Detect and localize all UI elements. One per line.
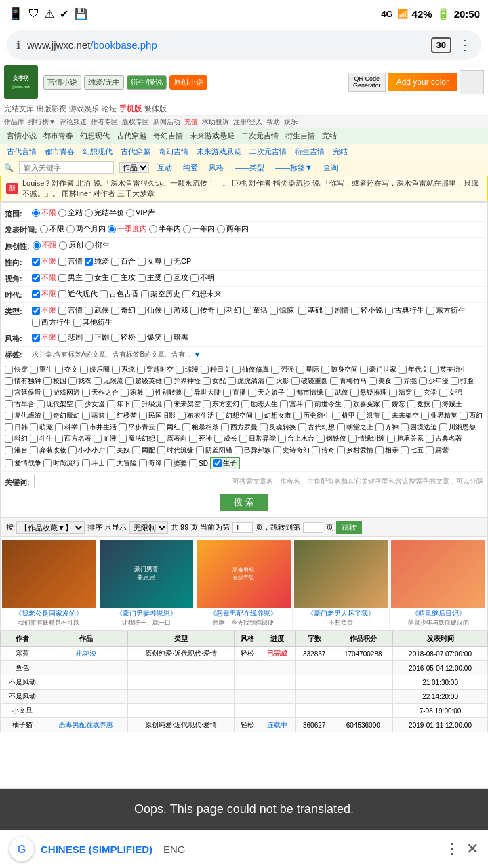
- anc-huanxiang[interactable]: 幻想现代: [80, 146, 115, 157]
- anc-qihuan[interactable]: 奇幻吉情: [156, 146, 191, 157]
- anc-wanjie[interactable]: 完结: [330, 146, 350, 157]
- td-author: 柚子猫: [1, 718, 45, 732]
- add-color-btn[interactable]: Add your color: [388, 73, 457, 91]
- current-page[interactable]: [232, 522, 253, 533]
- td-words: [295, 704, 333, 718]
- td-author: 不是风动: [1, 675, 45, 690]
- td-work[interactable]: [45, 675, 127, 690]
- nav-luntan[interactable]: 论坛: [102, 104, 117, 114]
- cat-weilai[interactable]: 未来游戏悬疑: [187, 130, 237, 142]
- menu-zuozhe[interactable]: 作者专区: [91, 117, 118, 127]
- nav-yansheng[interactable]: 衍生/慢说: [127, 75, 167, 90]
- menu-yule[interactable]: 娱乐: [284, 117, 298, 127]
- signal-icon: 📶: [397, 9, 408, 19]
- td-author: 不是风动: [1, 690, 45, 704]
- search-button[interactable]: 搜 索: [220, 494, 268, 511]
- quick-link-1[interactable]: 互动: [155, 162, 175, 174]
- nav-yingshi[interactable]: 出版影视: [37, 104, 66, 114]
- cat-gudai[interactable]: 古代穿越: [114, 130, 149, 142]
- xingxiang-options: 不限 言情 纯爱 百合 女尊 无CP: [32, 256, 483, 267]
- fanwei-quanzhan[interactable]: 全站: [58, 208, 83, 218]
- quick-link-5[interactable]: ——标签▼: [272, 162, 315, 174]
- quick-link-2[interactable]: 纯爱: [180, 162, 201, 174]
- book-title-2: 《豪门男妻养崽崽》: [100, 609, 194, 618]
- td-work[interactable]: [45, 661, 127, 675]
- nav-yuanchuang[interactable]: 原创小说: [169, 75, 207, 90]
- work-select[interactable]: 作品: [119, 162, 149, 173]
- menu-qiuzhu[interactable]: 求助投诉: [202, 117, 229, 127]
- td-work[interactable]: [45, 704, 127, 718]
- book-item[interactable]: 《我老公是国家发的》 我们拼有妖精是不可以: [1, 537, 98, 630]
- cat-dushi[interactable]: 都市青春: [41, 130, 76, 142]
- book-item[interactable]: 恶毒男配在线养崽 《恶毒男配在线养崽》 崽啊！今天找到你部便: [195, 537, 293, 630]
- anc-dushi[interactable]: 都市青春: [42, 146, 77, 157]
- td-work[interactable]: [45, 690, 127, 704]
- filter-xingxiang: 性向: 不限 言情 纯爱 百合 女尊 无CP: [3, 254, 485, 271]
- menu-zhuce[interactable]: 注册/登入: [233, 117, 262, 127]
- menu-zuopin[interactable]: 作品库: [4, 117, 24, 127]
- quick-link-4[interactable]: ——类型: [232, 162, 267, 174]
- book-item[interactable]: 《萌鼠继后日记》 萌鼠少年与铁血硬汉的: [390, 537, 487, 630]
- nav-fanti[interactable]: 繁体版: [144, 104, 167, 114]
- menu-paihang[interactable]: 排行榜▼: [28, 117, 56, 127]
- nav-mobile[interactable]: 手机版: [119, 104, 142, 114]
- menu-xinwen[interactable]: 新闻活动: [153, 117, 180, 127]
- site-header: 文亭坊 jjwxc.net 言情小说 纯爱/无中 衍生/慢说 原创小说 QR C…: [0, 62, 488, 202]
- td-work[interactable]: 桃花泱: [45, 647, 127, 661]
- jump-page[interactable]: [303, 522, 323, 533]
- menu-bangzhu[interactable]: 帮助: [266, 117, 280, 127]
- browser-menu[interactable]: ⋮: [458, 37, 472, 53]
- keyword-input[interactable]: [34, 475, 228, 488]
- nav-wanjie[interactable]: 完结文库: [4, 104, 34, 114]
- nav-chunai[interactable]: 纯爱/无中: [84, 75, 124, 90]
- menu-banquan[interactable]: 版权专区: [122, 117, 149, 127]
- menu-pinlun[interactable]: 评论频道: [60, 117, 87, 127]
- cat-qihuan[interactable]: 奇幻吉情: [150, 130, 186, 142]
- sort-select[interactable]: 【作品收藏▼】: [16, 521, 85, 534]
- qr-image: [460, 70, 484, 94]
- cat-huanxiang[interactable]: 幻想现代: [77, 130, 113, 142]
- menu-chongzhi[interactable]: 充值: [184, 117, 198, 127]
- cat-erciyuan[interactable]: 二次元吉情: [239, 130, 281, 142]
- book-item[interactable]: 豪门男妻养崽崽 《豪门男妻养崽崽》 让我吃一、就一口: [98, 537, 196, 630]
- td-date: 2018-08-07 07:00:00: [393, 647, 488, 661]
- anc-weilai[interactable]: 未来游戏悬疑: [194, 146, 244, 157]
- th-type: 类型: [127, 631, 235, 647]
- quick-link-3[interactable]: 风格: [206, 162, 226, 174]
- nav-yanqing[interactable]: 言情小说: [43, 75, 81, 90]
- fanwei-wanjie[interactable]: 完结半价: [85, 208, 124, 218]
- xingxiang-label: 性向:: [5, 256, 29, 268]
- quick-search[interactable]: [19, 161, 114, 174]
- anc-erciyuan[interactable]: 二次元吉情: [247, 146, 289, 157]
- leixing-label: 类型:: [5, 305, 29, 317]
- cat-yanqing[interactable]: 言情小说: [4, 130, 39, 142]
- td-work[interactable]: 恶毒男配在线养崽: [45, 718, 127, 732]
- book-cover-2: 豪门男妻养崽崽: [100, 540, 194, 608]
- anc-yansheng[interactable]: 衍生吉情: [292, 146, 327, 157]
- results-count: 共 99 页 当前为第: [171, 522, 230, 532]
- fanwei-noximit[interactable]: 不限: [32, 208, 56, 218]
- cat-yansheng[interactable]: 衍生吉情: [283, 130, 318, 142]
- anc-gudai[interactable]: 古代言情: [4, 146, 39, 157]
- biaoqian-dropdown[interactable]: ▼: [193, 351, 201, 359]
- url-bar[interactable]: ℹ www.jjwxc.net/bookbase.php 30 ⋮: [7, 30, 481, 60]
- nav-youxi[interactable]: 游戏娱乐: [69, 104, 99, 114]
- quick-link-6[interactable]: 查询: [321, 162, 341, 174]
- book-item[interactable]: 《豪门老男人坏了我》 不想负责: [293, 537, 390, 630]
- td-date: 22 14:20:00: [393, 690, 488, 704]
- td-status: 连载中: [260, 718, 296, 732]
- td-score: 604536000: [333, 718, 393, 732]
- fanwei-vip[interactable]: VIP库: [126, 208, 155, 218]
- book-desc-1: 我们拼有妖精是不可以: [2, 618, 96, 627]
- ancient-nav: 古代言情 都市青春 幻想现代 古代穿越 奇幻吉情 未来游戏悬疑 二次元吉情 衍生…: [0, 144, 488, 159]
- anc-chuanyue[interactable]: 古代穿越: [118, 146, 153, 157]
- tab-count[interactable]: 30: [431, 37, 451, 53]
- table-row: 不是风动 21 01:30:00: [1, 675, 488, 690]
- limit-select[interactable]: 无限制: [129, 521, 168, 534]
- limit-label: 排序 只显示: [87, 522, 127, 532]
- jump-button[interactable]: 跳转: [336, 521, 362, 534]
- cat-wanjie[interactable]: 完结: [319, 130, 340, 142]
- page-label2: 页: [326, 522, 333, 532]
- td-score: [333, 661, 393, 675]
- td-date: 21 01:30:00: [393, 675, 488, 690]
